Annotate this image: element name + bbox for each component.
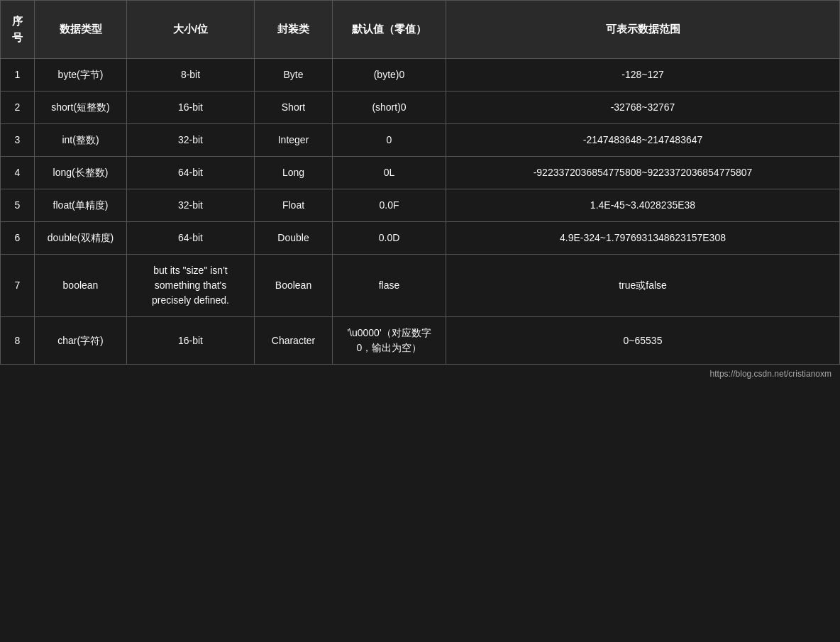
header-size: 大小/位 — [127, 1, 255, 59]
cell-default: 0 — [333, 124, 446, 157]
cell-type: char(字符) — [35, 317, 127, 365]
cell-num: 3 — [1, 124, 35, 157]
cell-num: 1 — [1, 59, 35, 92]
cell-size: 16-bit — [127, 317, 255, 365]
cell-wrapper: Byte — [255, 59, 333, 92]
cell-type: short(短整数) — [35, 92, 127, 124]
cell-range: -128~127 — [446, 59, 840, 92]
cell-num: 2 — [1, 92, 35, 124]
cell-size: 64-bit — [127, 222, 255, 255]
table-row: 2short(短整数)16-bitShort(short)0-32768~327… — [1, 92, 840, 124]
cell-default: 0.0F — [333, 189, 446, 222]
header-range: 可表示数据范围 — [446, 1, 840, 59]
table-row: 6double(双精度)64-bitDouble0.0D4.9E-324~1.7… — [1, 222, 840, 255]
table-row: 3int(整数)32-bitInteger0-2147483648~214748… — [1, 124, 840, 157]
table-row: 7booleanbut its "size" isn't something t… — [1, 255, 840, 317]
cell-type: double(双精度) — [35, 222, 127, 255]
cell-size: 8-bit — [127, 59, 255, 92]
cell-default: '\u0000'（对应数字0，输出为空） — [333, 317, 446, 365]
header-default: 默认值（零值） — [333, 1, 446, 59]
cell-range: true或false — [446, 255, 840, 317]
cell-size: 64-bit — [127, 157, 255, 189]
cell-size: 16-bit — [127, 92, 255, 124]
cell-type: int(整数) — [35, 124, 127, 157]
cell-wrapper: Short — [255, 92, 333, 124]
table-container: 序号 数据类型 大小/位 封装类 默认值（零值） 可表示数据范围 1byte(字… — [0, 0, 840, 383]
cell-type: byte(字节) — [35, 59, 127, 92]
cell-num: 7 — [1, 255, 35, 317]
cell-num: 6 — [1, 222, 35, 255]
cell-default: (short)0 — [333, 92, 446, 124]
cell-wrapper: Integer — [255, 124, 333, 157]
cell-wrapper: Long — [255, 157, 333, 189]
cell-range: -2147483648~2147483647 — [446, 124, 840, 157]
cell-type: long(长整数) — [35, 157, 127, 189]
cell-wrapper: Double — [255, 222, 333, 255]
cell-size: 32-bit — [127, 189, 255, 222]
cell-range: -32768~32767 — [446, 92, 840, 124]
header-wrapper: 封装类 — [255, 1, 333, 59]
cell-range: -9223372036854775808~9223372036854775807 — [446, 157, 840, 189]
cell-range: 0~65535 — [446, 317, 840, 365]
cell-default: 0.0D — [333, 222, 446, 255]
cell-num: 8 — [1, 317, 35, 365]
table-row: 4long(长整数)64-bitLong0L-92233720368547758… — [1, 157, 840, 189]
table-header-row: 序号 数据类型 大小/位 封装类 默认值（零值） 可表示数据范围 — [1, 1, 840, 59]
cell-type: float(单精度) — [35, 189, 127, 222]
table-row: 5float(单精度)32-bitFloat0.0F1.4E-45~3.4028… — [1, 189, 840, 222]
cell-default: (byte)0 — [333, 59, 446, 92]
cell-size: 32-bit — [127, 124, 255, 157]
cell-num: 4 — [1, 157, 35, 189]
cell-range: 1.4E-45~3.4028235E38 — [446, 189, 840, 222]
data-types-table: 序号 数据类型 大小/位 封装类 默认值（零值） 可表示数据范围 1byte(字… — [0, 0, 840, 365]
header-type: 数据类型 — [35, 1, 127, 59]
cell-range: 4.9E-324~1.7976931348623157E308 — [446, 222, 840, 255]
footer-url: https://blog.csdn.net/cristianoxm — [0, 365, 840, 383]
cell-num: 5 — [1, 189, 35, 222]
cell-default: 0L — [333, 157, 446, 189]
header-num: 序号 — [1, 1, 35, 59]
table-row: 1byte(字节)8-bitByte(byte)0-128~127 — [1, 59, 840, 92]
cell-type: boolean — [35, 255, 127, 317]
cell-size: but its "size" isn't something that's pr… — [127, 255, 255, 317]
cell-wrapper: Boolean — [255, 255, 333, 317]
cell-wrapper: Float — [255, 189, 333, 222]
table-row: 8char(字符)16-bitCharacter'\u0000'（对应数字0，输… — [1, 317, 840, 365]
cell-default: flase — [333, 255, 446, 317]
cell-wrapper: Character — [255, 317, 333, 365]
